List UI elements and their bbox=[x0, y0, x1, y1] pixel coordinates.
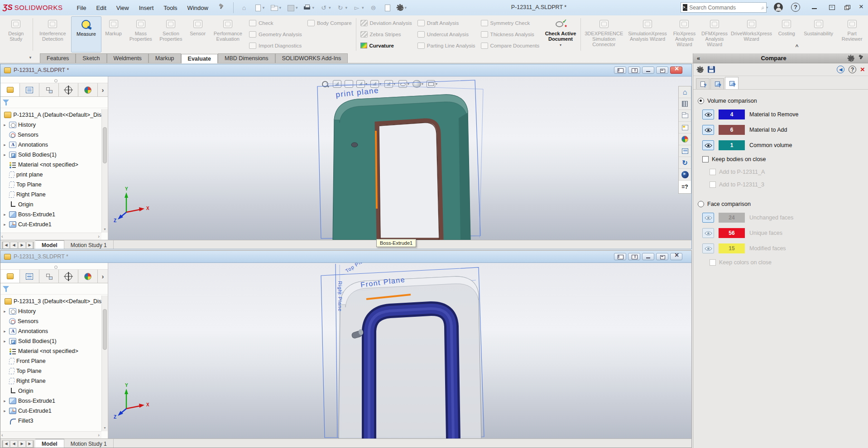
chevron-down-icon[interactable]: ▾ bbox=[279, 5, 281, 10]
tree-scrollbar[interactable] bbox=[101, 109, 108, 233]
tree-item-boss-extrude1[interactable]: Boss-Extrude1 bbox=[0, 210, 101, 219]
expand-arrow-icon[interactable] bbox=[2, 222, 7, 227]
chevron-down-icon[interactable]: ▾ bbox=[312, 5, 314, 10]
menu-edit[interactable]: Edit bbox=[92, 3, 110, 13]
next-study-button[interactable] bbox=[18, 440, 26, 448]
chevron-down-icon[interactable]: ▾ bbox=[329, 5, 331, 10]
tree-root[interactable]: P-12311_3 (Default<<Default>_Dis bbox=[0, 296, 101, 306]
expand-arrow-icon[interactable] bbox=[2, 399, 7, 403]
tile-left-button[interactable] bbox=[614, 67, 626, 74]
curvature-button[interactable]: Curvature bbox=[358, 41, 415, 50]
configurationmanager-tab[interactable] bbox=[39, 270, 59, 283]
featuremanager-tree-tab[interactable] bbox=[0, 270, 20, 283]
propertymanager-tab[interactable] bbox=[20, 270, 39, 283]
tree-scrollbar[interactable] bbox=[101, 295, 108, 431]
scroll-down-arrow[interactable] bbox=[102, 426, 108, 431]
first-study-button[interactable] bbox=[2, 242, 10, 249]
scrollbar-thumb[interactable] bbox=[103, 127, 107, 163]
restore-button[interactable] bbox=[841, 2, 853, 13]
tree-item-annotations[interactable]: Annotations bbox=[0, 326, 101, 336]
expand-arrow-icon[interactable] bbox=[2, 339, 7, 343]
tree-item-right-plane[interactable]: Right Plane bbox=[0, 190, 101, 200]
tab-solidworks-addins[interactable]: SOLIDWORKS Add-Ins bbox=[275, 53, 348, 63]
scroll-left-arrow[interactable] bbox=[1, 234, 3, 239]
visibility-eye-button[interactable] bbox=[702, 228, 714, 238]
markup-button[interactable]: Markup bbox=[101, 16, 126, 52]
panel-pin-icon[interactable] bbox=[858, 55, 864, 62]
custom-properties-tab[interactable] bbox=[679, 145, 691, 157]
save-results-icon[interactable] bbox=[708, 66, 715, 73]
new-document-button[interactable]: ▾ bbox=[252, 3, 267, 13]
account-button[interactable] bbox=[772, 2, 784, 13]
radio-selected-icon[interactable] bbox=[698, 98, 704, 104]
dimxpertmanager-tab[interactable] bbox=[59, 83, 78, 96]
tree-item-top-plane[interactable]: Top Plane bbox=[0, 366, 101, 376]
sync-tab[interactable] bbox=[679, 157, 691, 169]
redo-button[interactable]: ↻▾ bbox=[335, 3, 350, 13]
open-button[interactable]: ▾ bbox=[268, 3, 283, 13]
check-active-document-button[interactable]: ✓* Check Active Document ▾ bbox=[542, 16, 579, 52]
tree-item-history[interactable]: History bbox=[0, 120, 101, 130]
scrollbar-thumb[interactable] bbox=[103, 309, 107, 350]
tree-hscroll[interactable] bbox=[0, 431, 101, 438]
tab-evaluate[interactable]: Evaluate bbox=[181, 54, 218, 63]
tab-markup[interactable]: Markup bbox=[149, 53, 181, 63]
symmetry-check-button[interactable]: Symmetry Check bbox=[478, 18, 542, 28]
save-button[interactable]: ▾ bbox=[285, 3, 300, 13]
hole-feature[interactable] bbox=[351, 143, 358, 147]
window-close-button[interactable] bbox=[670, 67, 682, 74]
window-restore-button[interactable] bbox=[656, 67, 668, 74]
visibility-eye-button[interactable] bbox=[702, 110, 714, 119]
compare-parts-tab[interactable] bbox=[710, 78, 724, 89]
tree-item-right-plane[interactable]: Right Plane bbox=[0, 376, 101, 386]
tree-item-cut-extrude1[interactable]: Cut-Extrude1 bbox=[0, 219, 101, 229]
chevron-down-icon[interactable]: ▾ bbox=[405, 5, 407, 10]
tree-hscroll[interactable] bbox=[0, 233, 101, 240]
undercut-analysis-button[interactable]: Undercut Analysis bbox=[415, 29, 478, 39]
tree-item-annotations[interactable]: Annotations bbox=[0, 140, 101, 150]
tree-item-material[interactable]: Material <not specified> bbox=[0, 346, 101, 356]
tab-sketch[interactable]: Sketch bbox=[76, 53, 106, 63]
tile-right-button[interactable] bbox=[628, 67, 640, 74]
window-close-button[interactable] bbox=[670, 253, 682, 260]
featuremanager-tree-tab[interactable] bbox=[0, 83, 20, 96]
compare-geometry-tab[interactable] bbox=[725, 77, 739, 89]
visibility-eye-button[interactable] bbox=[702, 125, 714, 135]
model-tab[interactable]: Model bbox=[35, 439, 64, 448]
floxpress-wizard-button[interactable]: FloXpress Analysis Wizard bbox=[669, 16, 700, 52]
body-compare-button[interactable]: Body Compare bbox=[305, 18, 355, 28]
mass-properties-button[interactable]: Mass Properties bbox=[125, 16, 156, 52]
thickness-analysis-button[interactable]: Thickness Analysis bbox=[478, 29, 542, 39]
geometry-analysis-button[interactable]: Geometry Analysis bbox=[246, 29, 305, 39]
menu-window[interactable]: Window bbox=[183, 3, 212, 13]
configurationmanager-tab[interactable] bbox=[39, 83, 59, 96]
print-button[interactable]: ▾ bbox=[301, 3, 316, 13]
3dexperience-tab[interactable] bbox=[679, 169, 691, 181]
scroll-left-arrow[interactable] bbox=[1, 432, 3, 438]
check-button[interactable]: Check bbox=[246, 18, 305, 28]
minimize-button[interactable] bbox=[809, 2, 820, 13]
previous-study-button[interactable] bbox=[10, 440, 18, 448]
highlighted-edge[interactable] bbox=[376, 131, 377, 209]
measure-button[interactable]: Measure bbox=[71, 16, 101, 52]
expand-arrow-icon[interactable] bbox=[2, 309, 7, 314]
search-input[interactable] bbox=[689, 5, 759, 11]
import-diagnostics-button[interactable]: Import Diagnostics bbox=[246, 41, 305, 50]
visibility-eye-button[interactable] bbox=[702, 140, 714, 150]
displaymanager-tab[interactable] bbox=[78, 83, 98, 96]
tree-root[interactable]: P-12311_A (Default<<Default>_Dis bbox=[0, 110, 101, 120]
part-body-teal[interactable] bbox=[333, 95, 470, 240]
search-icon[interactable]: ⌕ bbox=[761, 4, 764, 11]
motion-study-tab[interactable]: Motion Study 1 bbox=[64, 439, 114, 448]
keep-colors-checkbox-row[interactable]: Keep colors on close bbox=[710, 259, 863, 266]
scroll-right-arrow[interactable] bbox=[98, 234, 100, 239]
tree-item-origin[interactable]: Origin bbox=[0, 200, 101, 210]
volume-comparison-option[interactable]: Volume comparison bbox=[698, 98, 863, 104]
chevron-down-icon[interactable]: ▾ bbox=[560, 43, 561, 47]
window2-title-bar[interactable]: P-12311_3.SLDPRT * bbox=[0, 251, 691, 263]
zebra-stripes-button[interactable]: Zebra Stripes bbox=[358, 29, 415, 39]
compare-results-tab[interactable] bbox=[679, 181, 691, 193]
chevron-down-icon[interactable]: ▾ bbox=[767, 5, 768, 10]
tree-item-print-plane[interactable]: print plane bbox=[0, 170, 101, 180]
dfmxpress-wizard-button[interactable]: DFMXpress Analysis Wizard bbox=[700, 16, 730, 52]
